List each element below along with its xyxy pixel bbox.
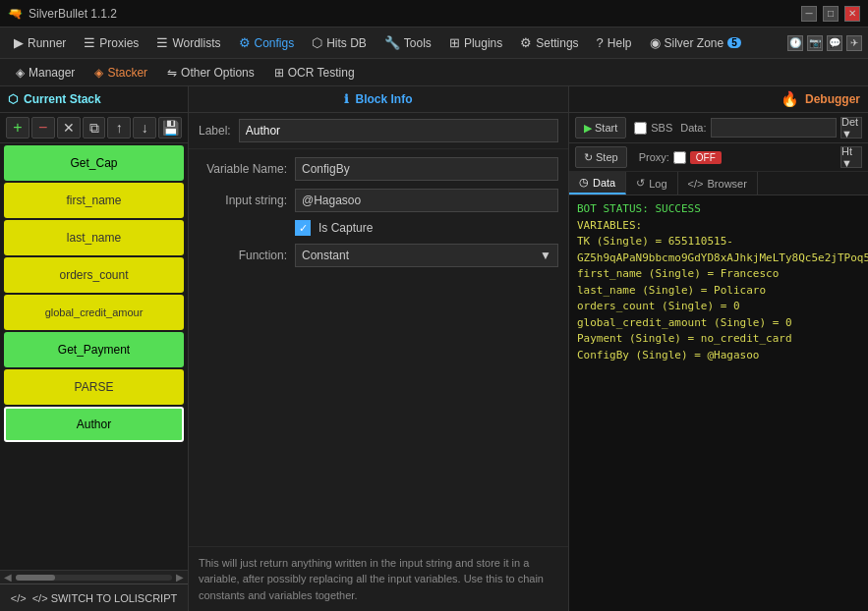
nav-camera-btn[interactable]: 📷 (807, 35, 823, 51)
step-label: Step (596, 151, 618, 163)
sbs-checkbox[interactable] (634, 122, 647, 135)
tab-browser[interactable]: </> Browser (678, 172, 758, 194)
maximize-button[interactable]: □ (823, 6, 839, 22)
debug-det-btn[interactable]: Det ▼ (840, 117, 862, 139)
manager-icon: ◈ (16, 66, 25, 80)
nav-silverzone-label: Silver Zone (665, 36, 724, 50)
subnav-ocrtesting[interactable]: ⊞ OCR Testing (266, 63, 363, 83)
nav-history-btn[interactable]: 🕐 (787, 35, 803, 51)
debug-ht-btn[interactable]: Ht ▼ (840, 146, 862, 168)
nav-chat-btn[interactable]: 💬 (827, 35, 842, 51)
plugins-icon: ⊞ (449, 35, 460, 50)
variable-name-label: Variable Name: (199, 162, 287, 176)
function-value: Constant (302, 249, 349, 262)
scroll-thumb[interactable] (16, 575, 55, 581)
function-select[interactable]: Constant ▼ (295, 244, 558, 267)
nav-silverzone[interactable]: ◉ Silver Zone 5 (642, 31, 749, 54)
stack-item-get-payment[interactable]: Get_Payment (4, 332, 184, 367)
horizontal-scrollbar[interactable]: ◀ ▶ (0, 570, 188, 583)
nav-hitsdb[interactable]: ⬡ Hits DB (304, 31, 375, 54)
configs-icon: ⚙ (239, 35, 251, 50)
data-input[interactable] (711, 118, 837, 138)
data-tab-icon: ◷ (579, 176, 589, 189)
hitsdb-icon: ⬡ (312, 35, 322, 50)
left-panel: ⬡ Current Stack + − ✕ ⧉ ↑ ↓ 💾 Get_Cap fi… (0, 86, 189, 611)
nav-runner-label: Runner (28, 36, 66, 50)
nav-proxies[interactable]: ☰ Proxies (76, 31, 146, 54)
move-up-btn[interactable]: ↑ (107, 117, 131, 139)
add-block-btn[interactable]: + (6, 117, 29, 139)
stack-header-title: Current Stack (24, 92, 101, 106)
label-input[interactable] (239, 119, 558, 142)
input-string-label: Input string: (199, 194, 287, 207)
output-line-3: TK (Single) = 655110515-GZ5h9qAPaN9bbcmo… (577, 234, 860, 266)
save-btn[interactable]: 💾 (158, 117, 182, 139)
input-string-input[interactable] (295, 189, 558, 212)
block-info-title: Block Info (355, 92, 412, 106)
nav-help-label: Help (608, 36, 632, 50)
subnav-stacker[interactable]: ◈ Stacker (87, 63, 155, 83)
stack-item-get-cap[interactable]: Get_Cap (4, 145, 184, 181)
nav-tools[interactable]: 🔧 Tools (376, 31, 439, 54)
subnav-otheroptions[interactable]: ⇋ Other Options (159, 63, 262, 83)
play-icon: ▶ (584, 122, 592, 135)
is-capture-checkbox[interactable]: ✓ (295, 220, 311, 236)
nav-configs-label: Configs (255, 36, 295, 50)
stack-item-last-name[interactable]: last_name (4, 220, 184, 255)
tab-log[interactable]: ↺ Log (626, 172, 677, 194)
remove-block-btn[interactable]: − (31, 117, 55, 139)
stack-item-orders-count[interactable]: orders_count (4, 257, 184, 293)
loliscript-button[interactable]: </> </> SWITCH TO LOLISCRIPT (0, 583, 188, 611)
duplicate-block-btn[interactable]: ⧉ (83, 117, 106, 139)
nav-tools-label: Tools (404, 36, 432, 50)
scroll-right-arrow[interactable]: ▶ (176, 572, 184, 583)
tab-data[interactable]: ◷ Data (569, 172, 626, 194)
block-info-header: ℹ Block Info (189, 86, 568, 113)
is-capture-row: ✓ Is Capture (199, 220, 558, 236)
close-button[interactable]: ✕ (844, 6, 860, 22)
function-label: Function: (199, 249, 287, 262)
subnav-manager-label: Manager (29, 66, 75, 80)
scroll-track (16, 575, 172, 581)
proxy-label: Proxy: (639, 151, 669, 163)
stack-item-first-name[interactable]: first_name (4, 183, 184, 218)
stack-item-global-credit[interactable]: global_credit_amour (4, 295, 184, 330)
output-line-5: last_name (Single) = Policaro (577, 283, 860, 300)
start-label: Start (595, 122, 617, 134)
delete-block-btn[interactable]: ✕ (57, 117, 81, 139)
scroll-left-arrow[interactable]: ◀ (4, 572, 12, 583)
subnav-manager[interactable]: ◈ Manager (8, 63, 83, 83)
app-title-area: 🔫 SilverBullet 1.1.2 (8, 7, 117, 21)
step-button[interactable]: ↻ Step (575, 146, 627, 168)
log-tab-label: Log (649, 178, 666, 190)
proxies-icon: ☰ (84, 35, 95, 50)
main-nav: ▶ Runner ☰ Proxies ☰ Wordlists ⚙ Configs… (0, 28, 868, 59)
nav-help[interactable]: ? Help (589, 31, 640, 54)
help-icon: ? (597, 35, 604, 50)
dropdown-arrow-icon: ▼ (540, 249, 551, 262)
nav-telegram-btn[interactable]: ✈ (846, 35, 862, 51)
debugger-controls: ▶ Start SBS Data: Det ▼ (569, 113, 868, 143)
stack-item-author[interactable]: Author (4, 407, 184, 442)
stack-header-icon: ⬡ (8, 92, 18, 106)
form-section: Variable Name: Input string: ✓ Is Captur… (189, 149, 568, 275)
move-down-btn[interactable]: ↓ (133, 117, 156, 139)
silverzone-badge: 5 (727, 37, 741, 48)
nav-configs[interactable]: ⚙ Configs (231, 31, 303, 54)
proxy-checkbox[interactable] (673, 151, 686, 164)
nav-settings[interactable]: ⚙ Settings (512, 31, 586, 54)
stack-item-parse[interactable]: PARSE (4, 369, 184, 405)
variable-name-input[interactable] (295, 157, 558, 181)
output-line-6: orders_count (Single) = 0 (577, 299, 860, 315)
runner-icon: ▶ (14, 35, 24, 50)
minimize-button[interactable]: ─ (801, 6, 817, 22)
subnav-otheroptions-label: Other Options (181, 66, 255, 80)
nav-wordlists[interactable]: ☰ Wordlists (148, 31, 228, 54)
proxy-toggle[interactable]: OFF (690, 151, 722, 164)
output-line-9: ConfigBy (Single) = @Hagasoo (577, 348, 860, 364)
nav-plugins[interactable]: ⊞ Plugins (441, 31, 510, 54)
middle-panel: ℹ Block Info Label: Variable Name: Input… (189, 86, 568, 611)
nav-runner[interactable]: ▶ Runner (6, 31, 74, 54)
debugger-icon: 🔥 (781, 90, 799, 108)
start-button[interactable]: ▶ Start (575, 117, 626, 139)
